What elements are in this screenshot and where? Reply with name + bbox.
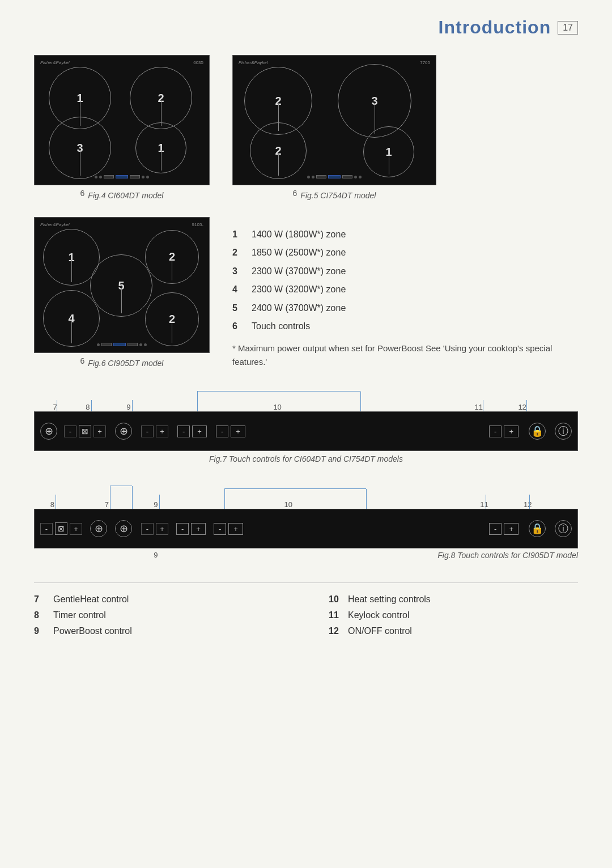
tp-zone-left-group: - + [141, 426, 168, 437]
legend-num-3: 3 [232, 265, 244, 278]
legend-note-text: * Maximum power output when set for Powe… [232, 343, 552, 367]
fig8-tp-timer-display: ⊠ [55, 522, 67, 535]
fig8-tp-powerboost-icon: ⊕ [115, 520, 132, 537]
fig8-tp-zone2-group: - + [176, 523, 206, 535]
fig8-tp-timer-group: - ⊠ + [40, 522, 82, 535]
fig4-cooktop: Fisher&Paykel 6035 1 2 3 1 [34, 55, 210, 185]
legend-num-1: 1 [232, 228, 244, 241]
fig7-caption: Fig.7 Touch controls for CI604DT and CI7… [34, 454, 578, 463]
fig5-label: Fig.5 CI754DT model [300, 191, 376, 200]
legend-item-2: 2 1850 W (2500W*) zone [232, 246, 578, 259]
fig8-tp-zone4-group: - + [489, 523, 518, 535]
fig7-num11: 11 [475, 403, 483, 411]
fig7-numbers-row: 7 8 9 10 11 12 [34, 386, 578, 411]
tp-gentleheat-icon: ⊕ [40, 423, 57, 440]
fig8-tp-zone4-plus[interactable]: + [504, 523, 518, 535]
bottom-legend: 7 GentleHeat control 8 Timer control 9 P… [34, 594, 578, 642]
page-number: 17 [558, 21, 578, 35]
page-header: Introduction 17 [34, 17, 578, 38]
fig8-tp-zone3-minus[interactable]: - [214, 523, 226, 535]
tp-powerboost-icon: ⊕ [115, 423, 132, 440]
top-diagrams-row: Fisher&Paykel 6035 1 2 3 1 6 Fig.4 CI604… [34, 55, 578, 200]
legend-num-4: 4 [232, 283, 244, 296]
middle-row: Fisher&Paykel 9105- 1 2 5 4 2 6 Fig.6 C [34, 217, 578, 369]
legend-list: 1 1400 W (1800W*) zone 2 1850 W (2500W*)… [232, 217, 578, 369]
tp-zone-left-minus[interactable]: - [141, 426, 154, 437]
tp-zone-center1-group: - + [177, 426, 207, 437]
fig6-caption-row: 6 Fig.6 CI905DT model [80, 356, 164, 368]
fig8-below-row: 9 Fig.8 Touch controls for CI905DT model [34, 548, 578, 565]
bottom-text-12: ON/OFF control [348, 626, 412, 636]
fig8-num9: 9 [154, 500, 158, 509]
legend-item-6: 6 Touch controls [232, 320, 578, 333]
fig8-tp-zone4-minus[interactable]: - [489, 523, 502, 535]
bottom-text-9: PowerBoost control [53, 626, 132, 636]
fig8-numbers-row: 8 7 9 10 11 12 [34, 480, 578, 509]
tp-timer-group: - ⊠ + [64, 425, 106, 437]
fig8-caption: Fig.8 Touch controls for CI905DT model [437, 551, 578, 560]
fig8-tp-zone1-group: - + [141, 523, 168, 535]
bottom-divider [34, 582, 578, 583]
bottom-text-10: Heat setting controls [348, 594, 431, 605]
fig8-tp-onoff-icon: ⓘ [555, 520, 572, 537]
bottom-legend-left: 7 GentleHeat control 8 Timer control 9 P… [34, 594, 283, 642]
tp-zone-center2-minus[interactable]: - [216, 426, 228, 437]
zone-1b-fig4: 1 [135, 122, 186, 173]
tp-zone-right-plus[interactable]: + [504, 426, 518, 437]
fig6-number: 6 [80, 356, 85, 365]
zone-3-fig4: 3 [49, 117, 111, 179]
bottom-item-7: 7 GentleHeat control [34, 594, 283, 605]
legend-num-2: 2 [232, 246, 244, 259]
tp-onoff-icon: ⓘ [555, 423, 572, 440]
bottom-text-11: Keylock control [348, 610, 410, 620]
bottom-item-9: 9 PowerBoost control [34, 626, 283, 636]
fig4-label: Fig.4 CI604DT model [88, 191, 163, 200]
tp-timer-minus[interactable]: - [64, 426, 76, 437]
fig5-wrap: Fisher&Paykel 7705 2 3 2 1 6 Fig.5 CI754… [232, 55, 436, 200]
fig8-num11: 11 [480, 500, 488, 509]
fig8-tp-timer-minus[interactable]: - [40, 523, 53, 535]
tp-timer-plus[interactable]: + [94, 426, 106, 437]
bottom-text-8: Timer control [53, 610, 106, 620]
zone-3-fig5: 3 [338, 64, 411, 138]
zone-2b-fig6: 2 [145, 292, 199, 346]
legend-text-4: 2300 W (3200W*) zone [252, 283, 346, 296]
fig8-tp-zone1-plus[interactable]: + [156, 523, 168, 535]
bottom-num-7: 7 [34, 594, 46, 605]
bottom-num-12: 12 [329, 626, 341, 636]
tp-zone-right-minus[interactable]: - [489, 426, 502, 437]
fig8-section: 8 7 9 10 11 12 - ⊠ + ⊕ ⊕ - + [34, 480, 578, 565]
fig8-num7: 7 [105, 500, 109, 509]
fig7-num8: 8 [86, 403, 90, 411]
legend-text-1: 1400 W (1800W*) zone [252, 228, 346, 241]
legend-item-4: 4 2300 W (3200W*) zone [232, 283, 578, 296]
fig7-num9: 9 [126, 403, 130, 411]
fig8-tp-zone3-group: - + [214, 523, 243, 535]
fig8-tp-keylock-icon: 🔒 [529, 520, 546, 537]
bottom-legend-right: 10 Heat setting controls 11 Keylock cont… [329, 594, 578, 642]
fig8-tp-zone1-minus[interactable]: - [141, 523, 154, 535]
control-strip-fig5 [233, 173, 436, 180]
tp-zone-center2-plus[interactable]: + [231, 426, 245, 437]
zone-2-fig6: 2 [145, 230, 199, 284]
tp-zone-left-plus[interactable]: + [156, 426, 168, 437]
fig5-caption-row: 6 Fig.5 CI754DT model [293, 189, 376, 200]
fig8-tp-timer-plus[interactable]: + [70, 523, 82, 535]
tp-keylock-icon: 🔒 [529, 423, 546, 440]
legend-item-1: 1 1400 W (1800W*) zone [232, 228, 578, 241]
bottom-num-8: 8 [34, 610, 46, 620]
zone-2b-fig5: 2 [250, 122, 307, 179]
fig8-tp-zone2-plus[interactable]: + [191, 523, 206, 535]
fig8-num9-below: 9 [154, 551, 158, 559]
tp-zone-center1-minus[interactable]: - [177, 426, 190, 437]
fig8-touch-panel: - ⊠ + ⊕ ⊕ - + - + - + - + 🔒 ⓘ [34, 509, 578, 548]
zone-1-fig5: 1 [363, 126, 414, 177]
fig8-tp-zone3-plus[interactable]: + [228, 523, 243, 535]
tp-zone-center1-plus[interactable]: + [192, 426, 207, 437]
control-strip-fig4 [35, 173, 209, 180]
fig8-tp-zone2-minus[interactable]: - [176, 523, 189, 535]
fig7-num10: 10 [273, 403, 281, 411]
bottom-num-11: 11 [329, 610, 341, 620]
bottom-num-10: 10 [329, 594, 341, 605]
legend-text-5: 2400 W (3700W*) zone [252, 302, 346, 314]
